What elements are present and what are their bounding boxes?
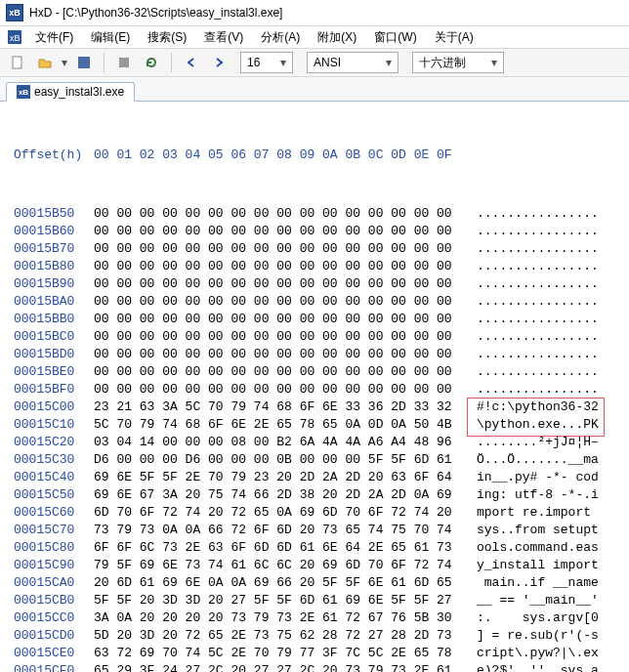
bytes-cell[interactable]: 69 6E 67 3A 20 75 74 66 2D 38 20 2D 2A 2… <box>94 486 469 504</box>
bytes-cell[interactable]: 5D 20 3D 20 72 65 2E 73 75 62 28 72 27 2… <box>94 627 469 645</box>
bytes-cell[interactable]: 6F 6F 6C 73 2E 63 6F 6D 6D 61 6E 64 2E 6… <box>94 539 469 557</box>
ascii-cell[interactable]: ................ <box>469 363 599 381</box>
ascii-cell[interactable]: cript\.pyw?|\.ex <box>469 645 599 662</box>
hex-row[interactable]: 00015C806F 6F 6C 73 2E 63 6F 6D 6D 61 6E… <box>14 539 629 557</box>
nav-left-button[interactable] <box>180 51 203 74</box>
ascii-cell[interactable]: ................ <box>469 258 599 275</box>
bytes-cell[interactable]: D6 00 00 00 D6 00 00 00 0B 00 00 00 5F 5… <box>94 451 469 469</box>
menu-file[interactable]: 文件(F) <box>27 26 81 48</box>
window-menu-icon[interactable]: xB <box>6 28 23 46</box>
ascii-cell[interactable]: ] = re.sub(r'(-s <box>469 627 599 645</box>
bytes-cell[interactable]: 65 29 3F 24 27 2C 20 27 27 2C 20 73 79 7… <box>94 662 469 672</box>
bytes-cell[interactable]: 00 00 00 00 00 00 00 00 00 00 00 00 00 0… <box>94 223 469 240</box>
hex-row[interactable]: 00015CE063 72 69 70 74 5C 2E 70 79 77 3F… <box>14 645 629 662</box>
bytes-cell[interactable]: 00 00 00 00 00 00 00 00 00 00 00 00 00 0… <box>94 240 469 258</box>
menu-edit[interactable]: 编辑(E) <box>83 26 138 48</box>
bytes-cell[interactable]: 00 00 00 00 00 00 00 00 00 00 00 00 00 0… <box>94 381 469 399</box>
bytes-cell[interactable]: 5F 5F 20 3D 3D 20 27 5F 5F 6D 61 69 6E 5… <box>94 592 469 609</box>
chip-button[interactable] <box>112 51 136 74</box>
ascii-cell[interactable]: ................ <box>469 205 599 223</box>
hex-row[interactable]: 00015BA000 00 00 00 00 00 00 00 00 00 00… <box>14 293 629 311</box>
ascii-cell[interactable]: main..if __name <box>469 574 599 592</box>
ascii-cell[interactable]: #!c:\python36-32 <box>469 399 599 416</box>
ascii-cell[interactable]: ................ <box>469 275 599 293</box>
ascii-cell[interactable]: in__.py# -*- cod <box>469 469 599 486</box>
nav-right-button[interactable] <box>207 51 231 74</box>
encoding-combo[interactable]: ANSI ▾ <box>307 52 398 73</box>
hex-row[interactable]: 00015BB000 00 00 00 00 00 00 00 00 00 00… <box>14 311 629 328</box>
hex-row[interactable]: 00015C0023 21 63 3A 5C 70 79 74 68 6F 6E… <box>14 399 629 416</box>
bytes-cell[interactable]: 00 00 00 00 00 00 00 00 00 00 00 00 00 0… <box>94 346 469 363</box>
hex-row[interactable]: 00015B9000 00 00 00 00 00 00 00 00 00 00… <box>14 275 629 293</box>
hex-row[interactable]: 00015BF000 00 00 00 00 00 00 00 00 00 00… <box>14 381 629 399</box>
bytes-cell[interactable]: 00 00 00 00 00 00 00 00 00 00 00 00 00 0… <box>94 205 469 223</box>
bytes-cell[interactable]: 00 00 00 00 00 00 00 00 00 00 00 00 00 0… <box>94 293 469 311</box>
hex-row[interactable]: 00015B5000 00 00 00 00 00 00 00 00 00 00… <box>14 205 629 223</box>
ascii-cell[interactable]: __ == '__main__' <box>469 592 599 609</box>
menu-search[interactable]: 搜索(S) <box>140 26 194 48</box>
ascii-cell[interactable]: ........²+jJ¤¦H– <box>469 434 599 451</box>
ascii-cell[interactable]: sys..from setupt <box>469 522 599 539</box>
hex-row[interactable]: 00015B8000 00 00 00 00 00 00 00 00 00 00… <box>14 258 629 275</box>
menu-about[interactable]: 关于(A) <box>427 26 482 48</box>
bytes-cell[interactable]: 00 00 00 00 00 00 00 00 00 00 00 00 00 0… <box>94 258 469 275</box>
hex-row[interactable]: 00015C4069 6E 5F 5F 2E 70 79 23 20 2D 2A… <box>14 469 629 486</box>
menu-extras[interactable]: 附加(X) <box>310 26 364 48</box>
bytes-cell[interactable]: 79 5F 69 6E 73 74 61 6C 6C 20 69 6D 70 6… <box>94 557 469 574</box>
ascii-cell[interactable]: mport re.import <box>469 504 599 522</box>
hex-row[interactable]: 00015CC03A 0A 20 20 20 20 73 79 73 2E 61… <box>14 609 629 627</box>
hex-row[interactable]: 00015C105C 70 79 74 68 6F 6E 2E 65 78 65… <box>14 416 629 434</box>
bytes-cell[interactable]: 20 6D 61 69 6E 0A 0A 69 66 20 5F 5F 6E 6… <box>94 574 469 592</box>
menu-view[interactable]: 查看(V) <box>196 26 251 48</box>
bytes-cell[interactable]: 00 00 00 00 00 00 00 00 00 00 00 00 00 0… <box>94 275 469 293</box>
tab-file[interactable]: xB easy_instal3l.exe <box>6 82 135 102</box>
open-dropdown-icon[interactable]: ▾ <box>61 56 68 69</box>
bytes-cell[interactable]: 69 6E 5F 5F 2E 70 79 23 20 2D 2A 2D 20 6… <box>94 469 469 486</box>
hex-row[interactable]: 00015C5069 6E 67 3A 20 75 74 66 2D 38 20… <box>14 486 629 504</box>
ascii-cell[interactable]: e)?$', '', sys.a <box>469 662 599 672</box>
bytes-cell[interactable]: 03 04 14 00 00 00 08 00 B2 6A 4A 4A A6 A… <box>94 434 469 451</box>
hex-row[interactable]: 00015B6000 00 00 00 00 00 00 00 00 00 00… <box>14 223 629 240</box>
hex-view[interactable]: Offset(h) 00 01 02 03 04 05 06 07 08 09 … <box>0 102 629 672</box>
hex-row[interactable]: 00015CA020 6D 61 69 6E 0A 0A 69 66 20 5F… <box>14 574 629 592</box>
hex-row[interactable]: 00015CB05F 5F 20 3D 3D 20 27 5F 5F 6D 61… <box>14 592 629 609</box>
hex-row[interactable]: 00015C9079 5F 69 6E 73 74 61 6C 6C 20 69… <box>14 557 629 574</box>
bytes-cell[interactable]: 6D 70 6F 72 74 20 72 65 0A 69 6D 70 6F 7… <box>94 504 469 522</box>
ascii-cell[interactable]: ................ <box>469 240 599 258</box>
bytes-cell[interactable]: 5C 70 79 74 68 6F 6E 2E 65 78 65 0A 0D 0… <box>94 416 469 434</box>
hex-row[interactable]: 00015BE000 00 00 00 00 00 00 00 00 00 00… <box>14 363 629 381</box>
hex-row[interactable]: 00015C606D 70 6F 72 74 20 72 65 0A 69 6D… <box>14 504 629 522</box>
ascii-cell[interactable]: ools.command.eas <box>469 539 599 557</box>
bytes-cell[interactable]: 73 79 73 0A 0A 66 72 6F 6D 20 73 65 74 7… <box>94 522 469 539</box>
hex-row[interactable]: 00015CF065 29 3F 24 27 2C 20 27 27 2C 20… <box>14 662 629 672</box>
ascii-cell[interactable]: :. sys.argv[0 <box>469 609 599 627</box>
new-button[interactable] <box>6 51 29 74</box>
hex-row[interactable]: 00015CD05D 20 3D 20 72 65 2E 73 75 62 28… <box>14 627 629 645</box>
ascii-cell[interactable]: ................ <box>469 223 599 240</box>
hex-row[interactable]: 00015BD000 00 00 00 00 00 00 00 00 00 00… <box>14 346 629 363</box>
ascii-cell[interactable]: ................ <box>469 346 599 363</box>
bytes-cell[interactable]: 00 00 00 00 00 00 00 00 00 00 00 00 00 0… <box>94 363 469 381</box>
ascii-cell[interactable]: ................ <box>469 381 599 399</box>
bytes-cell[interactable]: 23 21 63 3A 5C 70 79 74 68 6F 6E 33 36 2… <box>94 399 469 416</box>
hex-row[interactable]: 00015C7073 79 73 0A 0A 66 72 6F 6D 20 73… <box>14 522 629 539</box>
ascii-cell[interactable]: ................ <box>469 293 599 311</box>
bytes-cell[interactable]: 00 00 00 00 00 00 00 00 00 00 00 00 00 0… <box>94 311 469 328</box>
bytes-cell[interactable]: 3A 0A 20 20 20 20 73 79 73 2E 61 72 67 7… <box>94 609 469 627</box>
hex-row[interactable]: 00015C2003 04 14 00 00 00 08 00 B2 6A 4A… <box>14 434 629 451</box>
bytes-cell[interactable]: 00 00 00 00 00 00 00 00 00 00 00 00 00 0… <box>94 328 469 346</box>
ascii-cell[interactable]: ................ <box>469 328 599 346</box>
hex-row[interactable]: 00015C30D6 00 00 00 D6 00 00 00 0B 00 00… <box>14 451 629 469</box>
ascii-cell[interactable]: Ö...Ö.......__ma <box>469 451 599 469</box>
ascii-cell[interactable]: ing: utf-8 -*-.i <box>469 486 599 504</box>
ascii-cell[interactable]: y_install import <box>469 557 599 574</box>
ascii-cell[interactable]: \python.exe...PK <box>469 416 599 434</box>
bytes-per-row-combo[interactable]: 16 ▾ <box>240 52 293 73</box>
hex-row[interactable]: 00015BC000 00 00 00 00 00 00 00 00 00 00… <box>14 328 629 346</box>
bytes-cell[interactable]: 63 72 69 70 74 5C 2E 70 79 77 3F 7C 5C 2… <box>94 645 469 662</box>
hex-row[interactable]: 00015B7000 00 00 00 00 00 00 00 00 00 00… <box>14 240 629 258</box>
open-button[interactable] <box>33 51 57 74</box>
menu-analyze[interactable]: 分析(A) <box>253 26 308 48</box>
refresh-button[interactable] <box>140 51 163 74</box>
save-button[interactable] <box>72 51 96 74</box>
